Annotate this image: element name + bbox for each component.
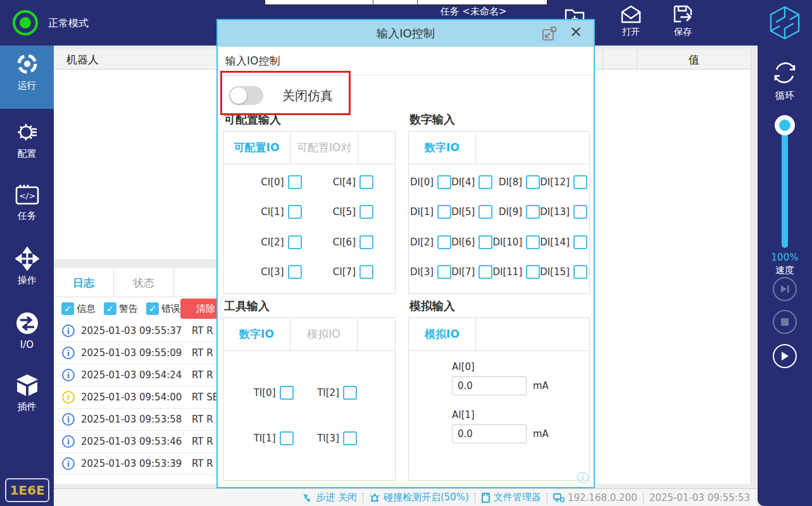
digital-io-box: 数字IO DI[0] DI[1] bbox=[408, 131, 590, 294]
ti-checkbox-grid: TI[0] TI[1] TI[2] bbox=[223, 351, 395, 480]
collision-status[interactable]: 碰撞检测开启(50%) bbox=[369, 491, 469, 503]
io-checkbox[interactable] bbox=[288, 205, 302, 219]
log-row[interactable]: i 2025-01-03 09:54:24 RT R bbox=[54, 364, 222, 386]
analog-fields: AI[0] mA AI[1] mA bbox=[409, 351, 589, 480]
io-checkbox[interactable] bbox=[288, 265, 302, 279]
open-button[interactable]: 打开 bbox=[613, 4, 649, 38]
collision-icon bbox=[369, 493, 380, 503]
io-tab[interactable]: 可配置IO bbox=[223, 132, 290, 164]
save-button[interactable]: 保存 bbox=[665, 4, 701, 38]
io-checkbox-label: CI[4] bbox=[333, 176, 356, 188]
io-checkbox[interactable] bbox=[573, 265, 587, 279]
io-checkbox[interactable] bbox=[478, 175, 492, 189]
close-icon[interactable]: ✕ bbox=[570, 23, 582, 41]
io-checkbox[interactable] bbox=[478, 265, 492, 279]
sidebar-item-io[interactable]: I/O bbox=[0, 305, 54, 357]
log-row[interactable]: ! 2025-01-03 09:54:00 RT SE bbox=[54, 386, 222, 409]
io-item: DI[0] bbox=[410, 175, 451, 189]
io-checkbox[interactable] bbox=[343, 431, 357, 445]
restore-window-icon[interactable] bbox=[542, 26, 557, 44]
stop-button[interactable] bbox=[773, 310, 797, 334]
log-row[interactable]: i 2025-01-03 09:53:46 RT R bbox=[54, 431, 222, 453]
io-checkbox[interactable] bbox=[359, 205, 373, 219]
io-checkbox[interactable] bbox=[478, 235, 492, 249]
log-tab[interactable]: 状态 bbox=[114, 268, 174, 297]
io-item: TI[2] bbox=[294, 386, 358, 400]
io-checkbox[interactable] bbox=[437, 175, 451, 189]
toggle-knob[interactable] bbox=[230, 87, 247, 104]
log-filter[interactable]: ✓ 信息 bbox=[61, 302, 96, 315]
io-checkbox[interactable] bbox=[437, 235, 451, 249]
io-checkbox[interactable] bbox=[280, 431, 294, 445]
panel-gap bbox=[54, 259, 222, 268]
analog-value-input[interactable] bbox=[452, 376, 527, 395]
io-checkbox[interactable] bbox=[437, 265, 451, 279]
checkbox-checked-icon[interactable]: ✓ bbox=[104, 302, 116, 315]
io-item: DI[1] bbox=[410, 205, 451, 219]
save-icon bbox=[671, 4, 694, 25]
file-manager-button[interactable]: 文件管理器 bbox=[481, 491, 541, 503]
status-bar: 步进 关闭 碰撞检测开启(50%) 文件管理器 192.168.0.200 20… bbox=[54, 488, 758, 506]
io-checkbox[interactable] bbox=[573, 205, 587, 219]
code-window-icon: </> bbox=[15, 183, 40, 206]
io-checkbox[interactable] bbox=[288, 175, 302, 189]
log-timestamp: 2025-01-03 09:55:09 bbox=[81, 347, 192, 359]
io-tab[interactable]: 模拟IO bbox=[290, 318, 358, 350]
step-mode-status[interactable]: 步进 关闭 bbox=[303, 491, 357, 503]
loop-mode-button[interactable]: 循环 bbox=[758, 58, 812, 102]
analog-io-box: 模拟IO AI[0] mA AI[1] bbox=[408, 318, 590, 481]
analog-value-input[interactable] bbox=[452, 424, 527, 443]
simulation-toggle[interactable] bbox=[229, 86, 263, 105]
io-checkbox[interactable] bbox=[280, 386, 294, 400]
sidebar-item-run[interactable]: 运行 bbox=[0, 46, 54, 109]
log-timestamp: 2025-01-03 09:54:24 bbox=[81, 369, 192, 381]
play-button[interactable] bbox=[773, 344, 797, 368]
io-checkbox[interactable] bbox=[359, 265, 373, 279]
io-checkbox[interactable] bbox=[478, 205, 492, 219]
io-checkbox[interactable] bbox=[573, 235, 587, 249]
io-tab[interactable]: 可配置IO对 bbox=[290, 132, 358, 164]
io-checkbox[interactable] bbox=[437, 205, 451, 219]
io-checkbox[interactable] bbox=[359, 235, 373, 249]
sidebar-item-plugin[interactable]: 插件 bbox=[0, 367, 54, 421]
io-checkbox-label: CI[7] bbox=[333, 266, 356, 278]
io-checkbox[interactable] bbox=[526, 175, 540, 189]
io-checkbox[interactable] bbox=[288, 235, 302, 249]
info-icon[interactable]: i bbox=[577, 472, 589, 483]
sidebar-item-operate[interactable]: 操作 bbox=[0, 240, 54, 295]
step-next-button[interactable] bbox=[773, 277, 797, 301]
io-checkbox[interactable] bbox=[359, 175, 373, 189]
io-tab[interactable]: 数字IO bbox=[409, 132, 476, 164]
io-checkbox[interactable] bbox=[526, 205, 540, 219]
io-checkbox-label: DI[2] bbox=[410, 237, 434, 248]
collision-label: 碰撞检测开启(50%) bbox=[384, 491, 469, 503]
io-tab[interactable]: 模拟IO bbox=[409, 318, 476, 350]
speed-slider-knob[interactable] bbox=[775, 115, 795, 135]
io-checkbox[interactable] bbox=[573, 175, 587, 189]
checkbox-checked-icon[interactable]: ✓ bbox=[61, 302, 74, 315]
log-row[interactable]: i 2025-01-03 09:53:39 RT R bbox=[54, 453, 222, 475]
speed-slider-track[interactable] bbox=[782, 121, 788, 248]
sidebar-item-task[interactable]: </> 任务 bbox=[0, 177, 54, 231]
io-tab[interactable]: 数字IO bbox=[223, 318, 290, 350]
io-checkbox-label: CI[3] bbox=[261, 266, 284, 278]
io-checkbox-label: TI[2] bbox=[317, 387, 339, 398]
log-row[interactable]: i 2025-01-03 09:55:09 RT R bbox=[54, 342, 222, 364]
log-tab[interactable]: 日志 bbox=[54, 268, 114, 297]
log-filter[interactable]: ✓ 警告 bbox=[104, 302, 138, 315]
io-checkbox[interactable] bbox=[343, 386, 357, 400]
io-checkbox[interactable] bbox=[526, 265, 540, 279]
cube-icon bbox=[15, 373, 40, 397]
dialog-header[interactable]: 输入IO控制 ✕ bbox=[218, 20, 594, 47]
sidebar-item-config[interactable]: 配置 bbox=[0, 114, 54, 168]
analog-field: AI[0] mA bbox=[452, 361, 589, 395]
sidebar-item-label: 配置 bbox=[18, 148, 37, 159]
io-checkbox[interactable] bbox=[526, 235, 540, 249]
analog-label: AI[1] bbox=[452, 409, 589, 421]
log-row[interactable]: i 2025-01-03 09:55:37 RT R bbox=[54, 320, 222, 342]
log-filter-group: ✓ 信息 ✓ 警告 ✓ 错误 bbox=[61, 302, 180, 315]
checkbox-checked-icon[interactable]: ✓ bbox=[146, 302, 159, 315]
log-row[interactable]: i 2025-01-03 09:53:58 RT R bbox=[54, 409, 222, 431]
log-level-icon: i bbox=[62, 324, 75, 337]
log-filter[interactable]: ✓ 错误 bbox=[146, 302, 180, 315]
